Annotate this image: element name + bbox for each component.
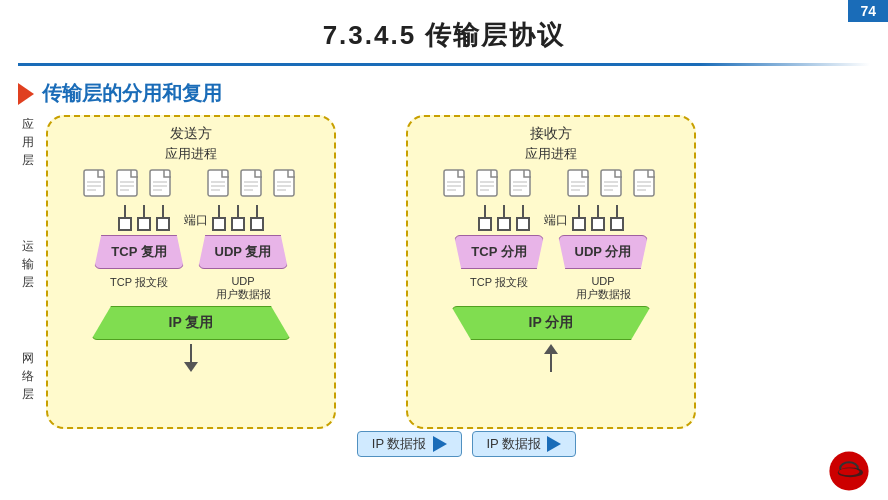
receiver-sublabel: 应用进程 — [525, 145, 577, 163]
sender-udp-box: UDP 复用 — [198, 235, 288, 269]
svg-rect-16 — [241, 170, 261, 196]
sender-port-label: 端口 — [184, 212, 208, 229]
port-square-3 — [156, 217, 170, 231]
svg-rect-28 — [477, 170, 497, 196]
doc-icon-1 — [82, 169, 110, 201]
receiver-tcp-box: TCP 分用 — [454, 235, 544, 269]
port-square-4 — [212, 217, 226, 231]
receiver-box: 接收方 应用进程 — [406, 115, 696, 429]
ip-data-arrow-2 — [547, 436, 561, 452]
doc-icon-2 — [115, 169, 143, 201]
port-square-r3 — [516, 217, 530, 231]
port-square-1 — [118, 217, 132, 231]
sender-label: 发送方 — [170, 125, 212, 143]
sender-udp-segment-label: UDP 用户数据报 — [198, 275, 288, 302]
doc-icon-r5 — [599, 169, 627, 201]
receiver-udp-box: UDP 分用 — [558, 235, 648, 269]
svg-rect-0 — [84, 170, 104, 196]
transport-layer-label: 运输层 — [10, 237, 46, 291]
page-header: 7.3.4.5 传输层协议 — [0, 0, 888, 63]
svg-rect-8 — [150, 170, 170, 196]
receiver-port-label: 端口 — [544, 212, 568, 229]
sender-tcp-segment-label: TCP 报文段 — [94, 275, 184, 302]
header-divider — [18, 63, 870, 66]
sender-doc-group-left — [82, 169, 176, 201]
port-square-5 — [231, 217, 245, 231]
doc-icon-r3 — [508, 169, 536, 201]
receiver-ip-box: IP 分用 — [451, 306, 651, 340]
side-labels: 应用层 运输层 网络层 — [10, 115, 46, 429]
ip-data-arrow-1 — [433, 436, 447, 452]
receiver-doc-group-right — [566, 169, 660, 201]
doc-icon-r4 — [566, 169, 594, 201]
port-square-r6 — [610, 217, 624, 231]
network-layer-label: 网络层 — [10, 349, 46, 403]
svg-rect-40 — [601, 170, 621, 196]
sender-ip-box: IP 复用 — [91, 306, 291, 340]
receiver-ip-data-label: IP 数据报 — [487, 435, 542, 453]
doc-icon-r2 — [475, 169, 503, 201]
svg-rect-36 — [568, 170, 588, 196]
svg-rect-24 — [444, 170, 464, 196]
sender-tcp-box: TCP 复用 — [94, 235, 184, 269]
receiver-doc-group-left — [442, 169, 536, 201]
doc-icon-6 — [272, 169, 300, 201]
port-square-r5 — [591, 217, 605, 231]
port-square-r2 — [497, 217, 511, 231]
section-title: 传输层的分用和复用 — [0, 76, 888, 113]
receiver-funnel-row: TCP 分用 UDP 分用 — [454, 235, 648, 269]
sender-funnel-row: TCP 复用 UDP 复用 — [94, 235, 288, 269]
receiver-udp-segment-label: UDP 用户数据报 — [558, 275, 648, 302]
sender-box: 发送方 应用进程 — [46, 115, 336, 429]
sender-doc-icons — [82, 169, 300, 201]
port-square-r1 — [478, 217, 492, 231]
doc-icon-3 — [148, 169, 176, 201]
sender-doc-group-right — [206, 169, 300, 201]
section-arrow-icon — [18, 83, 34, 105]
receiver-doc-icons — [442, 169, 660, 201]
doc-icon-r6 — [632, 169, 660, 201]
sender-sublabel: 应用进程 — [165, 145, 217, 163]
doc-icon-r1 — [442, 169, 470, 201]
svg-rect-32 — [510, 170, 530, 196]
sender-ip-data-label: IP 数据报 — [372, 435, 427, 453]
port-square-2 — [137, 217, 151, 231]
port-square-6 — [250, 217, 264, 231]
app-layer-label: 应用层 — [10, 115, 46, 169]
page-title: 7.3.4.5 传输层协议 — [323, 20, 566, 50]
section-title-text: 传输层的分用和复用 — [42, 80, 222, 107]
receiver-label: 接收方 — [530, 125, 572, 143]
svg-rect-12 — [208, 170, 228, 196]
doc-icon-5 — [239, 169, 267, 201]
receiver-ip-data-box: IP 数据报 — [472, 431, 577, 457]
svg-point-52 — [839, 468, 860, 475]
port-square-r4 — [572, 217, 586, 231]
sender-ip-data-box: IP 数据报 — [357, 431, 462, 457]
svg-rect-4 — [117, 170, 137, 196]
redhat-logo — [828, 450, 870, 492]
receiver-up-arrow — [544, 344, 558, 372]
svg-rect-20 — [274, 170, 294, 196]
doc-icon-4 — [206, 169, 234, 201]
receiver-tcp-segment-label: TCP 报文段 — [454, 275, 544, 302]
sender-down-arrow — [184, 344, 198, 372]
svg-rect-44 — [634, 170, 654, 196]
ip-data-middle — [346, 115, 406, 429]
